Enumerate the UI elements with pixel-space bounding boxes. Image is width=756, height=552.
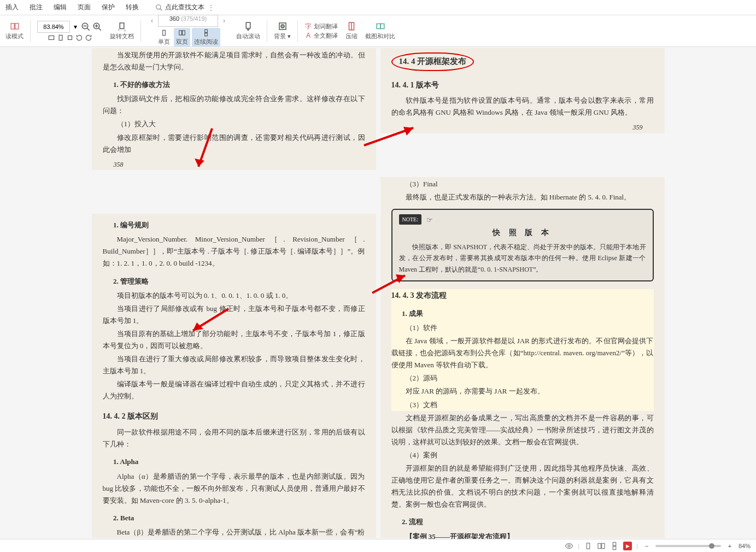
heading: 2. Beta bbox=[103, 512, 365, 524]
text: Beta（β）是希腊语的第二个字母，公开测试版，比 Alpha 版本新一些，会有… bbox=[103, 526, 365, 539]
svg-rect-3 bbox=[15, 24, 18, 30]
auto-scroll-label: 自动滚动 bbox=[236, 32, 260, 40]
menu-annotate[interactable]: 批注 bbox=[30, 3, 43, 12]
svg-rect-40 bbox=[613, 546, 616, 549]
page-total: (375/419) bbox=[181, 15, 207, 22]
svg-rect-25 bbox=[377, 24, 380, 29]
text: 【案例 35——开源框架发布流程】 bbox=[391, 531, 654, 539]
continuous-button[interactable]: 连续阅读 bbox=[192, 28, 220, 47]
full-translate-icon[interactable]: A bbox=[304, 32, 312, 39]
zoom-input[interactable] bbox=[37, 21, 70, 33]
menubar: 插入 批注 编辑 页面 保护 转换 点此查找文本 ⋮ bbox=[0, 0, 756, 15]
menu-convert[interactable]: 转换 bbox=[126, 3, 139, 12]
svg-rect-12 bbox=[59, 35, 62, 40]
read-mode-icon[interactable] bbox=[10, 21, 20, 31]
zoom-out-icon[interactable] bbox=[81, 22, 91, 32]
svg-rect-13 bbox=[68, 36, 72, 39]
svg-rect-38 bbox=[602, 543, 605, 548]
next-page-button[interactable]: › bbox=[220, 16, 228, 26]
text: 项目初版本的版本号可以为 0. 1、0. 0. 1、1. 0. 0 或 1. 0… bbox=[103, 290, 365, 302]
zoom-dropdown-icon[interactable]: ▾ bbox=[72, 23, 79, 31]
menu-protect[interactable]: 保护 bbox=[102, 3, 115, 12]
text: 对应 JAR 的源码，亦需要与 JAR 一起发布。 bbox=[391, 385, 654, 397]
double-page-button[interactable]: 双页 bbox=[174, 28, 190, 47]
heading: 2. 管理策略 bbox=[103, 275, 365, 287]
text: 当项目进行了局部修改或有 bug 修正时，主版本号和子版本号都不变，而修正版本号… bbox=[103, 303, 365, 327]
text: （1）软件 bbox=[391, 322, 654, 334]
svg-point-22 bbox=[281, 25, 284, 28]
background-icon[interactable] bbox=[278, 21, 288, 31]
svg-rect-11 bbox=[49, 36, 54, 39]
text: 当项目原有的基础上增加了部分功能时，主版本号不变，子版本号加 1，修正版本号复位… bbox=[103, 328, 365, 352]
status-continuous-icon[interactable] bbox=[610, 542, 619, 550]
compress-icon[interactable] bbox=[347, 21, 356, 31]
zoom-percent[interactable]: 84% bbox=[739, 543, 751, 549]
heading: 1. 成果 bbox=[391, 308, 654, 320]
menu-page[interactable]: 页面 bbox=[78, 3, 91, 12]
status-single-icon[interactable] bbox=[584, 542, 593, 550]
rotate-right-icon[interactable] bbox=[85, 34, 92, 42]
text: （3）文档 bbox=[391, 399, 654, 411]
document-area[interactable]: 当发现所使用的开源软件不能满足项目需求时，自然会有一种改造的冲动。但是怎么改却是… bbox=[0, 47, 756, 539]
toolbar: 读模式 ▾ 旋转文档 ‹ 360 (375/419) › bbox=[0, 15, 756, 47]
status-eye-icon[interactable] bbox=[565, 542, 573, 550]
svg-rect-18 bbox=[205, 30, 208, 32]
svg-rect-39 bbox=[613, 542, 616, 545]
text: 当项目在进行了重大修改或局部修改累积较多，而导致项目整体发生变化时，主版本号加 … bbox=[103, 353, 365, 377]
select-translate-label[interactable]: 划词翻译 bbox=[314, 22, 338, 31]
fit-page-icon[interactable] bbox=[57, 34, 65, 42]
menu-edit[interactable]: 编辑 bbox=[54, 3, 67, 12]
svg-point-0 bbox=[156, 4, 161, 9]
text: 软件版本号是指为软件设置的版本号码。通常，版本号会以数字来表示，常用的命名风格有… bbox=[391, 95, 654, 119]
text: 当发现所使用的开源软件不能满足项目需求时，自然会有一种改造的冲动。但是怎么改却是… bbox=[103, 49, 365, 73]
page-number: 358 bbox=[114, 159, 376, 170]
actual-size-icon[interactable] bbox=[66, 34, 74, 42]
zoom-in-icon[interactable] bbox=[92, 22, 102, 32]
page-input[interactable]: 360 (375/419) bbox=[158, 15, 218, 27]
svg-rect-14 bbox=[120, 23, 124, 29]
page-current: 360 bbox=[169, 15, 179, 22]
menu-insert[interactable]: 插入 bbox=[5, 3, 19, 12]
svg-line-10 bbox=[98, 28, 101, 31]
text: （3）Final bbox=[391, 178, 654, 190]
zoom-out-button[interactable]: − bbox=[642, 542, 651, 550]
compress-label: 压缩 bbox=[345, 32, 358, 40]
note-label: NOTE: bbox=[399, 214, 421, 225]
screenshot-icon[interactable] bbox=[376, 21, 385, 31]
note-title: 快 照 版 本 bbox=[399, 226, 646, 239]
prev-page-button[interactable]: ‹ bbox=[148, 16, 156, 26]
search-box[interactable]: 点此查找文本 ⋮ bbox=[155, 3, 214, 12]
rotate-left-icon[interactable] bbox=[75, 34, 83, 42]
screenshot-label: 截图和对比 bbox=[365, 32, 395, 40]
heading: 14. 4. 2 版本区别 bbox=[103, 410, 365, 423]
heading: 1. 编号规则 bbox=[103, 219, 365, 231]
zoom-in-button[interactable]: + bbox=[725, 542, 734, 550]
fit-width-icon[interactable] bbox=[48, 34, 55, 42]
svg-rect-16 bbox=[179, 31, 182, 35]
zoom-slider[interactable] bbox=[655, 545, 721, 547]
menu-more-icon[interactable]: ⋮ bbox=[208, 4, 214, 11]
text: 开源框架的目的就是希望能得到广泛使用，因此指导其他程序员快速、高效、正确地使用它… bbox=[391, 462, 654, 510]
page-left: 当发现所使用的开源软件不能满足项目需求时，自然会有一种改造的冲动。但是怎么改却是… bbox=[92, 48, 376, 538]
heading-circled: 14. 4 开源框架发布 bbox=[391, 52, 654, 71]
background-label: 背景 ▾ bbox=[274, 32, 291, 40]
text: 修改原框架时，需要进行影响范围的调查，还需要对相关代码再进行测试，因此会增加 bbox=[103, 132, 365, 156]
auto-scroll-icon[interactable] bbox=[243, 21, 253, 31]
page-number: 359 bbox=[380, 122, 643, 133]
heading: 1. 不好的修改方法 bbox=[103, 79, 365, 91]
rotate-doc-icon[interactable] bbox=[117, 21, 127, 31]
heading: 1. Alpha bbox=[103, 456, 365, 468]
status-double-icon[interactable] bbox=[597, 542, 606, 550]
search-placeholder: 点此查找文本 bbox=[165, 3, 204, 12]
select-translate-icon[interactable]: 字 bbox=[304, 22, 312, 30]
text: （2）源码 bbox=[391, 372, 654, 384]
svg-line-1 bbox=[160, 8, 162, 10]
double-page-icon bbox=[178, 29, 186, 37]
single-page-icon bbox=[160, 29, 168, 37]
rotate-doc-label: 旋转文档 bbox=[110, 32, 134, 40]
text: （4）案例 bbox=[391, 449, 654, 461]
page-right: 14. 4 开源框架发布 14. 4. 1 版本号 软件版本号是指为软件设置的版… bbox=[380, 48, 665, 538]
full-translate-label[interactable]: 全文翻译 bbox=[314, 32, 338, 40]
single-page-button[interactable]: 单页 bbox=[156, 28, 172, 47]
status-record-icon[interactable]: ▶ bbox=[623, 542, 632, 550]
